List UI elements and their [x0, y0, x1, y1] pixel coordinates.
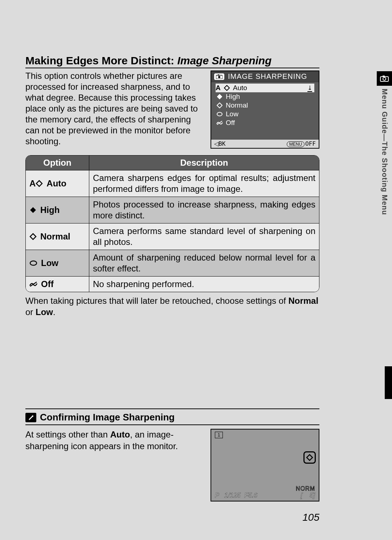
- svg-point-11: [32, 415, 33, 417]
- table-row: A Auto Camera sharpens edges for optimal…: [26, 170, 319, 197]
- diamond-outline-icon: [223, 85, 231, 91]
- diamond-filled-icon: [216, 94, 224, 100]
- option-description: Camera performs same standard level of s…: [89, 223, 319, 250]
- oval-icon: [29, 260, 37, 266]
- camera-menu-item-auto: A Auto ⤓: [216, 84, 314, 92]
- camera-menu-item-low: Low: [216, 110, 314, 118]
- option-normal: Normal: [29, 231, 85, 242]
- camera-menu-item-label: Off: [226, 119, 235, 127]
- camera-menu-item-label: High: [226, 93, 240, 101]
- page-title: Making Edges More Distinct: Image Sharpe…: [25, 55, 319, 68]
- camera-menu-header: IMAGE SHARPENING: [211, 71, 319, 82]
- option-name: Low: [41, 258, 58, 268]
- svg-point-8: [30, 261, 37, 265]
- table-header-description: Description: [89, 156, 319, 170]
- subsection: Confirming Image Sharpening At settings …: [25, 408, 319, 501]
- camera-menu-screenshot: IMAGE SHARPENING A Auto ⤓ High Normal: [211, 70, 319, 149]
- back-hint: ◁BK: [214, 140, 225, 147]
- diamond-outline-icon: [29, 233, 37, 240]
- table-row: Low Amount of sharpening reduced below n…: [26, 250, 319, 276]
- table-row: Normal Camera performs same standard lev…: [26, 223, 319, 250]
- option-auto: A Auto: [29, 178, 85, 189]
- page-number: 105: [302, 512, 319, 523]
- svg-rect-5: [218, 74, 219, 76]
- camera-menu-item-label: Low: [226, 110, 238, 118]
- diamond-filled-icon: [29, 206, 37, 214]
- camera-menu-footer: ◁BK MENUOFF: [211, 139, 319, 148]
- wave-off-icon: [216, 120, 224, 125]
- diamond-outline-icon: [216, 102, 224, 108]
- note-icon: [25, 413, 36, 422]
- page-title-prefix: Making Edges More Distinct:: [25, 55, 177, 67]
- quality-indicator: NORM: [296, 485, 315, 492]
- page-edge-marker: [385, 366, 392, 399]
- option-name: Off: [41, 279, 54, 289]
- diamond-outline-icon: [36, 180, 43, 187]
- subsection-text: At settings other than Auto, an image-sh…: [25, 429, 203, 501]
- camera-menu-item-label: Normal: [226, 101, 248, 109]
- option-low: Low: [29, 258, 85, 268]
- options-table: Option Description A Auto Camera sharpen…: [25, 155, 319, 292]
- camera-icon: [214, 73, 224, 80]
- monitor-status-bar: P1/125F5.6 [5]: [215, 492, 315, 499]
- table-header-option: Option: [26, 156, 89, 170]
- table-row: Off No sharpening performed.: [26, 276, 319, 292]
- option-name: High: [40, 205, 60, 215]
- menu-off-hint: MENUOFF: [287, 140, 316, 147]
- camera-menu-item-label: Auto: [233, 84, 247, 92]
- option-name: Normal: [40, 231, 70, 242]
- option-description: No sharpening performed.: [89, 276, 319, 292]
- camera-menu-items: A Auto ⤓ High Normal Low: [211, 82, 319, 139]
- option-description: Amount of sharpening reduced below norma…: [89, 250, 319, 276]
- side-tab: Menu Guide—The Shooting Menu: [377, 71, 392, 215]
- side-tab-label: Menu Guide—The Shooting Menu: [380, 89, 389, 215]
- svg-point-6: [217, 112, 222, 116]
- memory-card-icon: 1: [215, 432, 223, 438]
- option-description: Camera sharpens edges for optimal result…: [89, 170, 319, 197]
- camera-menu-item-off: Off: [216, 118, 314, 127]
- note-paragraph: When taking pictures that will later be …: [25, 295, 319, 318]
- wave-off-icon: [29, 281, 37, 287]
- auto-prefix-letter: A: [216, 84, 221, 92]
- enter-icon: ⤓: [307, 84, 312, 92]
- camera-icon: [377, 71, 392, 86]
- svg-rect-2: [383, 76, 385, 77]
- option-high: High: [29, 205, 85, 215]
- option-description: Photos processed to increase sharpness, …: [89, 197, 319, 223]
- option-name: Auto: [46, 178, 66, 189]
- intro-paragraph: This option controls whether pictures ar…: [25, 70, 203, 149]
- svg-point-1: [383, 77, 386, 80]
- camera-menu-title: IMAGE SHARPENING: [228, 72, 307, 81]
- monitor-screenshot: 1 NORM P1/125F5.6 [5]: [211, 429, 319, 501]
- table-row: High Photos processed to increase sharpn…: [26, 197, 319, 223]
- svg-point-4: [218, 76, 220, 78]
- sharpening-indicator-icon: [303, 451, 316, 464]
- camera-menu-item-normal: Normal: [216, 101, 314, 110]
- oval-icon: [216, 112, 224, 117]
- camera-menu-item-high: High: [216, 92, 314, 101]
- page-title-emph: Image Sharpening: [177, 55, 271, 67]
- subsection-heading: Confirming Image Sharpening: [40, 412, 175, 423]
- option-off: Off: [29, 279, 85, 289]
